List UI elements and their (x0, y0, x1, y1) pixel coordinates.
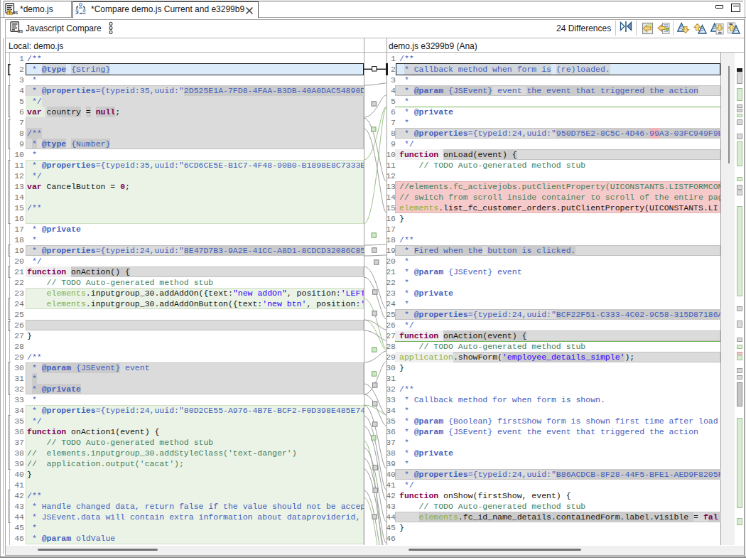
svg-text:JS: JS (18, 29, 23, 33)
svg-text:JS: JS (13, 11, 18, 15)
